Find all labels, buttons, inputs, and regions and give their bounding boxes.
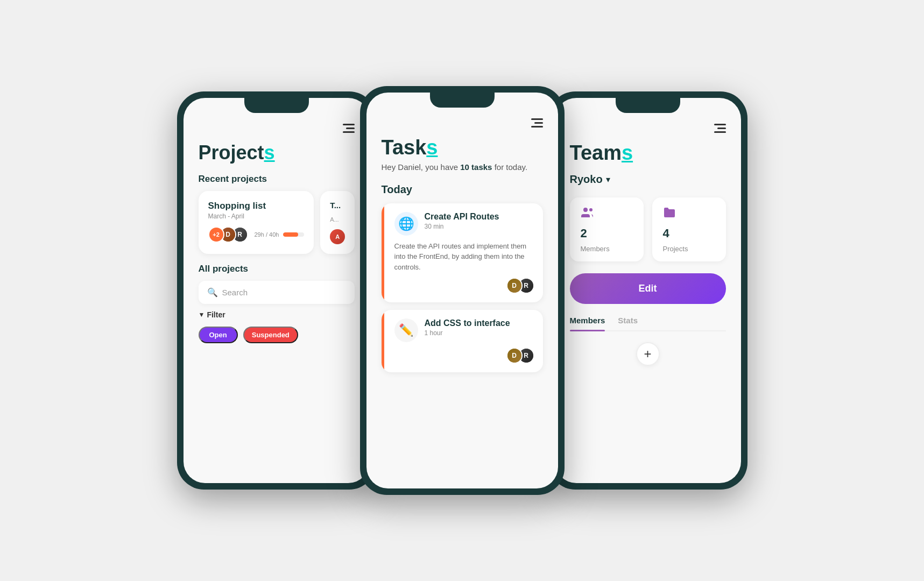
phone-left: Projects Recent projects Shopping list M…	[177, 91, 376, 490]
folder-icon	[663, 206, 715, 222]
badge-row: Open Suspended	[199, 327, 355, 343]
progress-bar-fill	[283, 232, 298, 237]
notch-left	[244, 98, 309, 113]
project-card-date: March - April	[208, 212, 305, 220]
filter-label[interactable]: ▼ Filter	[199, 310, 225, 319]
task-duration-2: 1 hour	[425, 329, 534, 337]
chevron-down-icon: ▾	[606, 174, 610, 185]
tasks-title: Tasks	[382, 136, 543, 159]
phone-right-screen: Teams Ryoko ▾	[555, 98, 741, 483]
today-label: Today	[382, 183, 543, 196]
search-box[interactable]: 🔍 Search	[199, 281, 355, 304]
phone-right: Teams Ryoko ▾	[548, 91, 747, 490]
task2-avatar-1: D	[506, 348, 523, 364]
phone-center-screen: Tasks Hey Daniel, you have 10 tasks for …	[366, 93, 558, 488]
search-icon: 🔍	[207, 287, 218, 297]
menu-icon-left[interactable]	[343, 124, 355, 133]
svg-point-0	[583, 208, 588, 212]
teams-title: Teams	[570, 141, 726, 165]
tab-members[interactable]: Members	[570, 316, 605, 330]
tasks-subtitle: Hey Daniel, you have 10 tasks for today.	[382, 161, 543, 174]
task-duration-1: 30 min	[425, 223, 534, 230]
task-icon-2: ✏️	[394, 318, 418, 342]
phone-left-screen: Projects Recent projects Shopping list M…	[184, 98, 370, 483]
badge-suspended-button[interactable]: Suspended	[243, 327, 298, 343]
members-label: Members	[581, 245, 633, 253]
add-member-button[interactable]: +	[636, 342, 660, 366]
members-icon	[581, 206, 633, 222]
badge-open-button[interactable]: Open	[199, 327, 238, 343]
tabs-row: Members Stats	[570, 316, 726, 331]
progress-bar	[283, 232, 304, 237]
phones-container: Projects Recent projects Shopping list M…	[177, 86, 747, 495]
task-title-1: Create API Routes	[425, 212, 534, 222]
project-card-shopping[interactable]: Shopping list March - April +2 D R	[199, 191, 314, 254]
task-card-2[interactable]: ✏️ Add CSS to interface 1 hour D	[382, 310, 543, 372]
task1-avatars: D R	[511, 278, 534, 294]
members-count: 2	[581, 226, 633, 240]
task-icon-1: 🌐	[394, 212, 418, 236]
project-card-partial: T... A... A	[320, 191, 354, 254]
notch-center	[430, 93, 495, 108]
avatar-partial: A	[330, 229, 345, 244]
task-title-2: Add CSS to interface	[425, 318, 534, 328]
avatar-plus: +2	[208, 226, 224, 243]
search-text: Search	[222, 288, 248, 297]
progress-info: 29h / 40h	[255, 231, 279, 238]
project-card-title: Shopping list	[208, 201, 305, 211]
menu-icon-right[interactable]	[714, 124, 726, 133]
stat-card-projects: 4 Projects	[652, 197, 726, 261]
task2-avatars: D R	[511, 348, 534, 364]
recent-projects-label: Recent projects	[199, 174, 355, 185]
task-card-1[interactable]: 🌐 Create API Routes 30 min Create the AP…	[382, 203, 543, 303]
projects-count: 4	[663, 226, 715, 240]
notch-right	[616, 98, 680, 113]
stats-row: 2 Members 4 Projects	[570, 197, 726, 261]
projects-label: Projects	[663, 245, 715, 253]
team-name: Ryoko	[570, 173, 603, 186]
tab-stats[interactable]: Stats	[618, 316, 638, 330]
all-projects-label: All projects	[199, 264, 355, 274]
team-selector[interactable]: Ryoko ▾	[570, 173, 726, 186]
projects-title: Projects	[199, 141, 355, 164]
stat-card-members: 2 Members	[570, 197, 644, 261]
edit-button[interactable]: Edit	[570, 273, 726, 304]
task1-avatar-1: D	[506, 278, 523, 294]
menu-icon-center[interactable]	[531, 118, 543, 127]
svg-point-1	[589, 208, 593, 211]
avatars-group: +2 D R	[208, 226, 248, 243]
task-description-1: Create the API routes and implement them…	[390, 241, 534, 273]
phone-center: Tasks Hey Daniel, you have 10 tasks for …	[360, 86, 565, 495]
filter-row: ▼ Filter	[199, 310, 355, 319]
